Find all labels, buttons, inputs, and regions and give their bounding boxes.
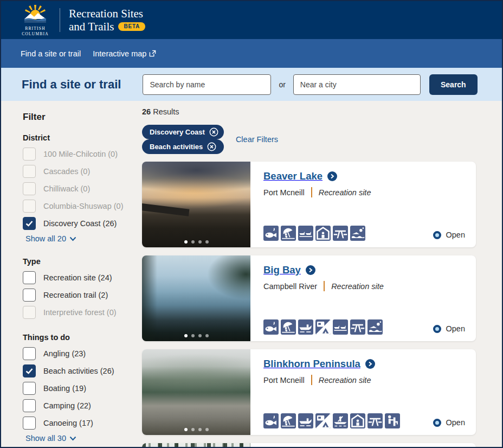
open-status-icon [433,325,441,333]
filter-option[interactable]: Camping (22) [23,399,142,412]
swimming-icon [350,226,365,241]
boating-icon [298,413,313,428]
show-all-link[interactable]: Show all 20 [25,234,76,243]
logo-text-line1: BRITISH [22,26,49,31]
checkbox[interactable] [23,399,36,412]
chip-remove-icon[interactable] [209,127,218,137]
filter-option-label: Angling (23) [43,349,86,358]
site-photo [142,255,250,341]
results-list: Beaver LakePort McneillRecreation siteOp… [142,162,476,447]
checkbox[interactable] [23,347,36,360]
filter-group-title: Type [23,257,142,266]
active-filter-chips: Discovery CoastBeach activities Clear Fi… [142,125,476,154]
filter-chip[interactable]: Discovery Coast [142,125,224,139]
carousel-dot[interactable] [184,428,188,431]
swimming-icon [367,319,383,335]
filter-groups: District100 Mile-Chilcotin (0)Cascades (… [23,133,142,443]
carousel-dots [142,334,250,337]
carousel-dot[interactable] [198,334,202,337]
carousel-dots [142,428,250,431]
picnic-area-icon [350,319,365,335]
filter-option[interactable]: Boating (19) [23,382,142,395]
open-status-icon [433,419,441,427]
page-title: Find a site or trail [22,78,121,92]
filter-option[interactable]: Recreation site (24) [23,271,142,284]
checkbox[interactable] [23,289,36,302]
checkbox-checked-icon[interactable] [23,217,36,230]
show-all-link[interactable]: Show all 30 [25,434,76,443]
activity-icons [263,319,383,335]
checkbox-checked-icon[interactable] [23,364,36,377]
checkbox[interactable] [23,382,36,395]
site-title-link[interactable]: Big Bay [263,264,465,276]
site-type: Recreation site [319,188,371,197]
boat-launch-icon [333,319,348,335]
carousel-dot[interactable] [205,428,209,431]
search-by-name-input[interactable] [143,74,271,95]
result-card: Big BayCampbell RiverRecreation siteOpen [142,255,476,341]
card-bottom-row: Open [263,413,465,428]
meta-divider [324,281,325,291]
drinking-water-icon [385,413,400,428]
chip-remove-icon[interactable] [207,142,216,151]
carousel-dot[interactable] [205,240,209,244]
checkbox[interactable] [23,417,36,430]
clear-filters-link[interactable]: Clear Filters [236,135,278,144]
filter-option-label: Beach activities (26) [43,367,114,375]
filter-option[interactable]: Angling (23) [23,347,142,360]
carousel-dot[interactable] [184,334,188,337]
filter-option-label: Recreation site (24) [43,273,112,282]
site-type: Recreation site [331,282,384,291]
filter-option-label: Chilliwack (0) [43,184,90,193]
results-count-suffix: Results [153,107,179,116]
header-divider [60,8,60,32]
search-band: Find a site or trail or Search [1,68,502,101]
carousel-dot[interactable] [198,428,202,431]
filter-chip-label: Discovery Coast [150,128,205,136]
content-area: Filter District100 Mile-Chilcotin (0)Cas… [1,101,502,447]
carousel-dot[interactable] [184,240,188,244]
site-title: Beaver Lake [263,170,323,182]
site-city: Port Mcneill [263,376,305,385]
bc-sunrise-logo-icon [20,4,51,25]
filter-option[interactable]: Recreation trail (2) [23,289,142,302]
picnic-area-icon [367,413,383,428]
near-city-input[interactable] [293,74,421,95]
filter-chip[interactable]: Beach activities [142,139,224,154]
carousel-dot[interactable] [198,240,202,244]
filter-option-label: Camping (22) [43,401,91,410]
filter-sidebar: Filter District100 Mile-Chilcotin (0)Cas… [1,101,142,447]
site-title-link[interactable]: Beaver Lake [263,170,465,182]
carousel-dot[interactable] [191,240,195,244]
nav-link-find-site[interactable]: Find a site or trail [21,49,81,58]
site-title-link[interactable]: Blinkhorn Peninsula [263,358,465,370]
checkbox [23,165,36,178]
shelter-icon [315,226,331,241]
filter-option: 100 Mile-Chilcotin (0) [23,148,142,161]
filter-option[interactable]: Canoeing (17) [23,417,142,430]
carousel-dot[interactable] [205,334,209,337]
result-card: Brewster Lake [142,443,476,447]
meta-divider [311,375,312,385]
activity-icons [263,413,400,428]
filter-option[interactable]: Discovery Coast (26) [23,217,142,230]
bc-logo[interactable]: BRITISH COLUMBIA [20,4,51,36]
carousel-dot[interactable] [191,428,195,431]
site-status: Open [433,418,465,427]
status-label: Open [446,324,465,333]
picnic-area-icon [333,226,348,241]
nav-link-interactive-map[interactable]: Interactive map [93,49,156,58]
beach-activities-icon [281,319,296,335]
carousel-dot[interactable] [191,334,195,337]
checkbox[interactable] [23,271,36,284]
arrow-right-icon [306,265,315,275]
arrow-right-icon [365,359,375,369]
result-card-body: Big BayCampbell RiverRecreation siteOpen [250,255,476,341]
filter-option[interactable]: Beach activities (26) [23,364,142,377]
search-button[interactable]: Search [429,74,478,95]
checkbox [23,306,36,319]
filter-option-label: Interpretive forest (0) [43,308,117,317]
site-photo [142,162,250,247]
filter-group: District100 Mile-Chilcotin (0)Cascades (… [23,133,142,243]
site-photo [142,443,250,447]
